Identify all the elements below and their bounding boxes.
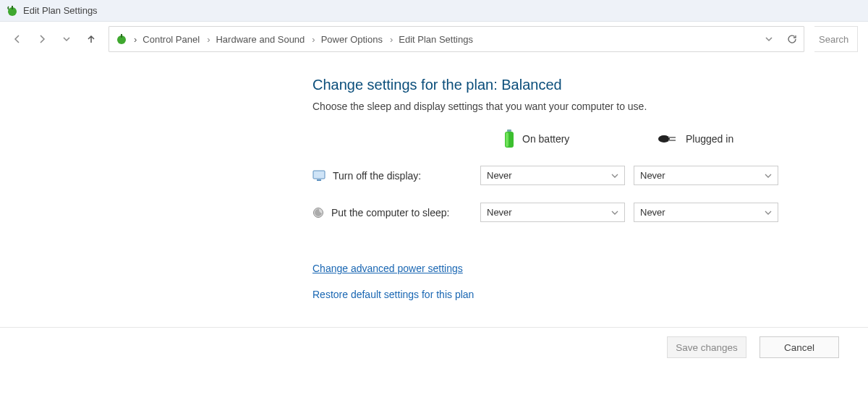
button-label: Cancel [784,342,814,353]
breadcrumb-label: Power Options [321,34,383,45]
restore-defaults-link[interactable]: Restore default settings for this plan [312,289,868,300]
chevron-down-icon [765,172,772,179]
button-label: Save changes [676,342,738,353]
dropdown-value: Never [487,207,512,218]
svg-rect-10 [313,171,325,179]
chevron-right-icon: › [134,34,137,45]
breadcrumb-item[interactable]: Edit Plan Settings [399,34,473,45]
chevron-down-icon [611,172,618,179]
monitor-icon [312,170,326,182]
recent-dropdown-button[interactable] [59,32,74,46]
breadcrumb-item[interactable]: Power Options › [321,34,393,45]
svg-rect-6 [506,132,509,147]
forward-button[interactable] [35,32,49,46]
column-label: On battery [522,133,569,145]
svg-rect-4 [507,129,511,132]
power-options-icon [6,4,19,17]
dropdown-value: Never [487,170,512,181]
links-section: Change advanced power settings Restore d… [312,263,868,300]
svg-rect-1 [12,6,13,9]
page-title: Change settings for the plan: Balanced [312,77,868,93]
svg-rect-9 [668,140,676,141]
chevron-right-icon: › [312,34,315,45]
display-battery-dropdown[interactable]: Never [480,166,625,185]
moon-icon [312,207,324,218]
breadcrumb-label: Control Panel [142,34,200,45]
column-header-plugged: Plugged in [634,132,778,145]
sleep-plugged-dropdown[interactable]: Never [634,203,778,222]
settings-grid: On battery Plugged in Turn off the displ… [312,129,868,222]
nav-toolbar: › Control Panel › Hardware and Sound › P… [0,22,868,56]
chevron-right-icon: › [390,34,393,45]
chevron-right-icon: › [207,34,210,45]
dropdown-value: Never [640,170,665,181]
search-input[interactable]: Search [814,26,858,52]
up-button[interactable] [84,32,98,46]
cancel-button[interactable]: Cancel [760,336,839,358]
sleep-battery-dropdown[interactable]: Never [480,203,625,222]
breadcrumb-item[interactable]: Control Panel › [142,34,210,45]
address-bar[interactable]: › Control Panel › Hardware and Sound › P… [109,26,804,52]
advanced-settings-link[interactable]: Change advanced power settings [312,263,868,274]
svg-point-7 [658,135,670,143]
power-options-icon [115,33,128,46]
svg-rect-8 [668,137,676,138]
history-dropdown-button[interactable] [765,35,773,43]
footer-buttons: Save changes Cancel [0,327,868,358]
save-button[interactable]: Save changes [667,336,746,358]
breadcrumb-item[interactable]: Hardware and Sound › [216,34,315,45]
column-header-battery: On battery [480,129,625,148]
chevron-down-icon [765,209,772,216]
title-bar: Edit Plan Settings [0,0,868,22]
main-content: Change settings for the plan: Balanced C… [0,56,868,300]
dropdown-value: Never [640,207,665,218]
search-placeholder: Search [819,34,848,45]
row-label-sleep: Put the computer to sleep: [312,207,472,218]
chevron-down-icon [611,209,618,216]
page-description: Choose the sleep and display settings th… [312,101,868,112]
breadcrumb-label: Edit Plan Settings [399,34,473,45]
row-label-display: Turn off the display: [312,170,472,182]
column-label: Plugged in [686,133,733,145]
row-text: Turn off the display: [333,170,421,182]
window-title: Edit Plan Settings [23,5,98,16]
plug-icon [657,132,678,145]
back-button[interactable] [10,32,25,46]
row-text: Put the computer to sleep: [331,207,449,218]
breadcrumb-label: Hardware and Sound [216,34,305,45]
display-plugged-dropdown[interactable]: Never [634,166,778,185]
refresh-button[interactable] [786,33,798,45]
svg-rect-11 [317,179,321,181]
svg-rect-3 [121,34,122,38]
battery-icon [503,129,515,148]
